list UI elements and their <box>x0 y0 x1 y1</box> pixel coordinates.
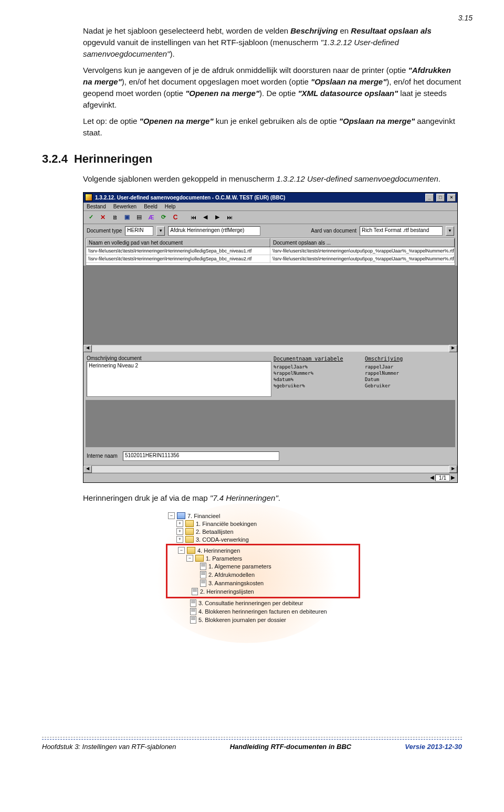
oms-row: rappelNummer <box>365 370 454 376</box>
menu-bewerken[interactable]: Bewerken <box>113 204 136 209</box>
nav-last-icon[interactable]: ⏭ <box>224 212 235 223</box>
description-col: Omschrijving rappelJaar rappelNummer Dat… <box>365 355 454 397</box>
tree-item[interactable]: −1. Parameters <box>167 554 358 562</box>
oms-row: Gebruiker <box>365 383 454 389</box>
nav-first-icon[interactable]: ⏮ <box>188 212 198 223</box>
maximize-button[interactable]: □ <box>436 194 445 202</box>
app-icon <box>85 194 92 201</box>
pager-next-icon[interactable]: ▶ <box>451 474 455 481</box>
folder-icon <box>185 536 194 543</box>
bold-italic: Beschrijving <box>290 26 338 35</box>
page-icon <box>192 588 198 595</box>
tree-item[interactable]: 2. Herinneringslijsten <box>167 587 358 596</box>
grid-col-2[interactable]: Document opslaan als ... <box>270 238 455 247</box>
c-red-icon[interactable]: C <box>170 212 181 223</box>
after-heading-p: Volgende sjablonen werden gekoppeld in m… <box>83 173 462 185</box>
expand-icon[interactable]: + <box>176 528 183 535</box>
tree-item[interactable]: −7. Financieel <box>166 512 360 520</box>
page-new-icon[interactable]: 🗎 <box>110 212 120 223</box>
grid-cell: \\srv-file\users\tc\tests\Herinneringen\… <box>270 247 455 255</box>
tree-label: 3. CODA-verwerking <box>196 536 249 543</box>
grid-cell: \\srv-file\users\tc\tests\Herinneringen\… <box>270 255 455 263</box>
grid-row[interactable]: \\srv-file\users\tc\tests\Herinneringen\… <box>86 255 455 263</box>
expand-icon[interactable]: + <box>176 536 183 543</box>
after-app-p: Herinneringen druk je af via de map "7.4… <box>83 492 462 504</box>
page-icon <box>190 608 196 615</box>
bold-italic: "XML datasource opslaan" <box>298 89 398 98</box>
tree-item[interactable]: 2. Afdrukmodellen <box>167 571 358 579</box>
tree-item[interactable]: 3. Consultatie herinneringen per debiteu… <box>166 599 360 607</box>
close-button[interactable]: × <box>447 194 456 202</box>
after-heading-block: Volgende sjablonen werden gekoppeld in m… <box>83 173 462 185</box>
collapse-icon[interactable]: − <box>178 547 185 554</box>
chevron-down-icon[interactable]: ▼ <box>446 226 454 236</box>
tree-item[interactable]: 3. Aanmaningskosten <box>167 579 358 587</box>
horizontal-scrollbar-2[interactable]: ◀ ▶ <box>83 465 457 473</box>
bold-italic: "Openen na merge" <box>185 89 259 98</box>
intro-block: Nadat je het sjabloon geselecteerd hebt,… <box>83 25 462 139</box>
internal-input[interactable]: 5102011HERIN111356 <box>123 451 279 461</box>
expand-icon[interactable]: + <box>176 520 183 527</box>
scroll-right-icon[interactable]: ▶ <box>449 345 457 352</box>
collapse-icon[interactable]: − <box>168 512 175 519</box>
text: opgevuld vanuit de instellingen van het … <box>83 38 320 47</box>
scroll-left-icon[interactable]: ◀ <box>83 345 92 352</box>
check-icon[interactable]: ✓ <box>86 212 96 223</box>
tree-label: 3. Aanmaningskosten <box>208 580 264 586</box>
tree-item[interactable]: 1. Algemene parameters <box>167 562 358 571</box>
tree-item[interactable]: +2. Betaallijsten <box>166 528 360 535</box>
menu-bestand[interactable]: Bestand <box>87 204 106 209</box>
chevron-down-icon[interactable]: ▼ <box>156 226 165 236</box>
menu-beeld[interactable]: Beeld <box>144 204 158 209</box>
refresh-a-icon[interactable]: Æ <box>146 212 156 223</box>
collapse-icon[interactable]: − <box>186 555 193 562</box>
oms-row: Datum <box>365 376 454 383</box>
horizontal-scrollbar[interactable]: ◀ ▶ <box>83 344 457 352</box>
menubar: Bestand Bewerken Beeld Help <box>83 203 457 211</box>
tree-item[interactable]: −4. Herinneringen <box>167 546 358 554</box>
tree-item[interactable]: 4. Blokkeren herinneringen facturen en d… <box>166 607 360 616</box>
tree-label: 4. Herinneringen <box>197 547 240 554</box>
grid-col-1[interactable]: Naam en volledig pad van het document <box>86 238 270 247</box>
section-title: Herinneringen <box>74 152 152 165</box>
aard-input[interactable]: Rich Text Format .rtf bestand <box>360 226 443 236</box>
text: Vervolgens kun je aangeven of je de afdr… <box>83 66 408 75</box>
refresh-green-icon[interactable]: ⟳ <box>158 212 169 223</box>
nav-next-icon[interactable]: ▶ <box>212 212 223 223</box>
tree-item[interactable]: +1. Financiële boekingen <box>166 520 360 528</box>
page-arrow-icon[interactable]: ▤ <box>134 212 144 223</box>
x-icon[interactable]: ✕ <box>98 212 108 223</box>
scroll-right-icon[interactable]: ▶ <box>449 466 457 473</box>
minimize-button[interactable]: _ <box>425 194 434 202</box>
folder-icon <box>185 528 194 535</box>
page-icon <box>200 571 206 578</box>
var-row: %rappelJaar% <box>274 364 363 370</box>
page-blue-icon[interactable]: ▣ <box>122 212 132 223</box>
tree-label: 2. Afdrukmodellen <box>208 572 255 578</box>
tree-item[interactable]: 5. Blokkeren journalen per dossier <box>166 616 360 624</box>
tree-label: 1. Financiële boekingen <box>196 521 257 527</box>
scroll-track[interactable] <box>92 345 449 352</box>
page-icon <box>190 599 196 607</box>
pager-value: 1/1 <box>435 474 450 481</box>
grid-body: \\srv-file\users\tc\tests\Herinneringen\… <box>86 247 455 265</box>
tree-label: 4. Blokkeren herinneringen facturen en d… <box>198 608 327 615</box>
text: Volgende sjablonen werden gekoppeld in m… <box>83 174 277 183</box>
grid-row[interactable]: \\srv-file\users\tc\tests\Herinneringen\… <box>86 247 455 255</box>
titlebar: 1.3.2.12. User-defined samenvoegdocument… <box>83 193 457 203</box>
page-icon <box>190 616 196 624</box>
doc-type-code-input[interactable]: HERIN <box>125 226 153 236</box>
doc-type-desc-input[interactable]: Afdruk Herinneringen (rtfMerge) <box>168 226 260 236</box>
text: . <box>278 493 280 502</box>
tree-label: 7. Financieel <box>187 513 220 519</box>
menu-help[interactable]: Help <box>165 204 176 209</box>
pager-prev-icon[interactable]: ◀ <box>430 474 434 481</box>
nav-prev-icon[interactable]: ◀ <box>200 212 211 223</box>
scroll-left-icon[interactable]: ◀ <box>83 466 92 473</box>
oms-head: Omschrijving <box>365 355 454 363</box>
tree-item[interactable]: +3. CODA-verwerking <box>166 535 360 543</box>
folder-icon <box>177 512 185 519</box>
omschrijving-textarea[interactable]: Herinnering Niveau 2 <box>87 361 271 397</box>
footer-mid: Handleiding RTF-documenten in BBC <box>230 743 352 751</box>
scroll-track[interactable] <box>92 466 449 472</box>
